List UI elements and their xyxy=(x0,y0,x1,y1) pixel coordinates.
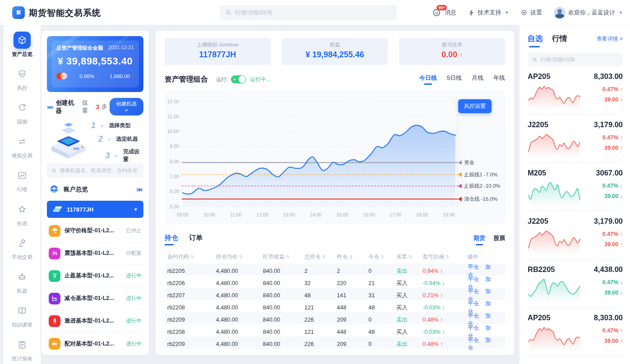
action-link-close[interactable]: 平仓 xyxy=(468,325,479,331)
support-label: 技术支持 xyxy=(478,9,501,17)
account-selector[interactable]: 117877JH ▼ xyxy=(47,201,143,218)
sidebar-item-backtest[interactable]: 回测 xyxy=(14,99,31,125)
robot-list-item[interactable]: 震荡基本型-01-L2...待配置 xyxy=(47,242,143,265)
risk-settings-button[interactable]: 风控设置 xyxy=(458,99,492,113)
column-header[interactable]: 昨仓⇅ xyxy=(337,253,368,261)
timeframe-tab[interactable]: 今日线 xyxy=(419,74,437,85)
positions-tab[interactable]: 持仓 xyxy=(165,234,178,245)
threshold-label: 清仓线 -15.0% xyxy=(464,196,497,202)
watchlist-item[interactable]: RB22054,438.000.47% ↓39.00 ↓ xyxy=(528,259,623,308)
robot-list-item[interactable]: 保守价格型-01-L2...已停止 xyxy=(47,220,143,242)
timeframe-tab[interactable]: 月线 xyxy=(472,74,483,85)
reduce-icon xyxy=(49,293,60,304)
instrument-tab[interactable]: 期货 xyxy=(474,234,485,245)
change-percent: 0.47% ↓ xyxy=(602,279,623,286)
support-menu[interactable]: 技术支持 ▼ xyxy=(468,9,509,17)
sort-icon[interactable]: ⇅ xyxy=(286,254,290,259)
search-icon xyxy=(225,9,231,16)
watchlist-item[interactable]: J22053,179.000.47% ↑39.00 ↑ xyxy=(528,211,623,259)
column-header[interactable]: 今仓⇅ xyxy=(368,253,396,261)
global-search-input[interactable] xyxy=(235,9,391,16)
account-overview-row[interactable]: 账户总览 »» xyxy=(47,184,143,195)
robot-search-input[interactable] xyxy=(60,168,139,173)
robot-list-item[interactable]: 止盈基本型-01-L2...进行中 xyxy=(47,265,143,287)
robot-search[interactable] xyxy=(47,163,143,178)
sidebar-item-risk-control[interactable]: 风控 xyxy=(14,65,31,92)
watchlist-item[interactable]: M2053067.000.47% ↓39.00 ↓ xyxy=(528,163,623,211)
candles-icon xyxy=(49,248,60,259)
sidebar-item-manual-trading[interactable]: 手动交易 xyxy=(12,235,32,261)
cell-today-position: 0 xyxy=(368,317,396,323)
cell-avg-price: 4,480.00 xyxy=(216,329,263,335)
column-header[interactable]: 合约代码⇅ xyxy=(167,253,216,261)
positions-tabs: 持仓订单 xyxy=(165,234,213,245)
action-link-close[interactable]: 平仓 xyxy=(468,337,479,343)
settings-button[interactable]: 设置 xyxy=(520,9,542,17)
watchlist-item[interactable]: AP2058,303.000.47% ↑39.00 ↑ xyxy=(528,308,623,356)
column-header[interactable]: 买卖⇅ xyxy=(396,253,423,261)
sidebar-item-robots[interactable]: 机器 xyxy=(14,268,31,295)
sidebar-item-sim-trading[interactable]: 模拟交易 xyxy=(12,133,32,159)
sort-icon[interactable]: ⇅ xyxy=(239,254,243,259)
cell-yesterday-position: 220 xyxy=(337,280,368,286)
change-value: 39.00 ↑ xyxy=(602,145,623,151)
sort-icon[interactable]: ⇅ xyxy=(446,254,449,259)
watchlist-tab[interactable]: 自选 xyxy=(528,33,543,47)
sidebar-item-assets-overview[interactable]: 资产总览 xyxy=(12,32,32,58)
robot-status: 进行中 xyxy=(126,318,142,324)
robot-list-item[interactable]: 减仓基本型-01-L2...进行中 xyxy=(47,287,143,310)
mastercard-icon xyxy=(56,73,68,79)
cell-contract-code: rb2205 xyxy=(167,268,216,274)
action-link-close[interactable]: 平仓 xyxy=(468,313,479,319)
table-row: rb22084,480.00840.0012144848买入-0.03% ↓平仓… xyxy=(165,324,505,336)
instrument-tab[interactable]: 股票 xyxy=(493,234,505,245)
watchlist-item[interactable]: AP2058,303.000.47% ↑39.00 ↑ xyxy=(528,66,623,115)
sidebar-item-market[interactable]: 行情 xyxy=(14,167,31,193)
messages-button[interactable]: 99+ 消息 xyxy=(432,8,456,18)
watchlist-tab[interactable]: 行情 xyxy=(552,33,567,47)
timeframe-tab[interactable]: 5日线 xyxy=(447,74,462,85)
view-details-link[interactable]: 查看详情 > xyxy=(597,35,623,47)
double-chevron-icon[interactable]: »» xyxy=(136,185,142,194)
cell-yesterday-position: 209 xyxy=(337,341,368,347)
chevron-down-icon: ▼ xyxy=(133,207,138,212)
action-link-close[interactable]: 平仓 xyxy=(468,264,479,270)
sidebar-item-reports[interactable]: 统计报表 xyxy=(12,336,32,362)
clipboard-icon xyxy=(14,336,31,353)
sort-icon[interactable]: ⇅ xyxy=(349,254,353,259)
sort-icon[interactable]: ⇅ xyxy=(409,254,412,259)
timeframe-tab[interactable]: 年线 xyxy=(493,74,505,85)
total-assets-amount: ¥ 39,898,553.40 xyxy=(56,55,134,67)
action-link-close[interactable]: 平仓 xyxy=(468,276,479,282)
column-header[interactable]: 盯市收益⇅ xyxy=(263,253,304,261)
table-row: rb22094,480.00840.002262090卖出0.48% ↑平仓加仓 xyxy=(165,312,505,324)
sort-icon[interactable]: ⇅ xyxy=(381,254,384,259)
column-header[interactable]: 盈亏比例⇅ xyxy=(423,253,468,261)
column-header[interactable]: 总持仓⇅ xyxy=(304,253,337,261)
column-header[interactable]: 持仓均价⇅ xyxy=(216,253,263,261)
column-header[interactable]: 操作 xyxy=(468,253,502,261)
cell-avg-price: 4,480.00 xyxy=(216,292,263,299)
create-robot-button[interactable]: 创建机器 > xyxy=(110,98,143,115)
action-link-close[interactable]: 平仓 xyxy=(468,300,479,307)
run-toggle[interactable] xyxy=(231,75,246,83)
robot-list-item[interactable]: 配对基本型-01-L2...进行中 xyxy=(47,332,143,355)
sidebar-item-watchlist[interactable]: 自选 xyxy=(14,201,31,227)
robot-list-item[interactable]: 激进基本型-01-L2...进行中 xyxy=(47,310,143,332)
step-label: 完成设置 xyxy=(123,148,143,163)
sidebar-item-knowledge[interactable]: 知识课堂 xyxy=(12,302,32,328)
sort-icon[interactable]: ⇅ xyxy=(322,254,326,259)
global-search[interactable] xyxy=(220,5,397,20)
change-percent: 0.47% ↑ xyxy=(602,231,623,237)
watchlist-search[interactable] xyxy=(528,53,623,66)
watchlist-search-input[interactable] xyxy=(541,57,618,62)
positions-tab[interactable]: 订单 xyxy=(189,234,202,245)
sort-icon[interactable]: ⇅ xyxy=(190,254,194,259)
create-step: 3·▸·完成设置 xyxy=(90,148,143,163)
chevron-down-icon: ▼ xyxy=(505,10,509,15)
watchlist-item[interactable]: J22053,179.000.47% ↑39.00 ↑ xyxy=(528,115,623,163)
dotted-arrow-icon: ·▸· xyxy=(99,123,106,129)
action-link-close[interactable]: 平仓 xyxy=(468,288,479,295)
cell-avg-price: 4,480.00 xyxy=(216,268,263,274)
user-menu[interactable]: 欢迎你，蓝蓝设计 ▼ xyxy=(554,7,623,18)
